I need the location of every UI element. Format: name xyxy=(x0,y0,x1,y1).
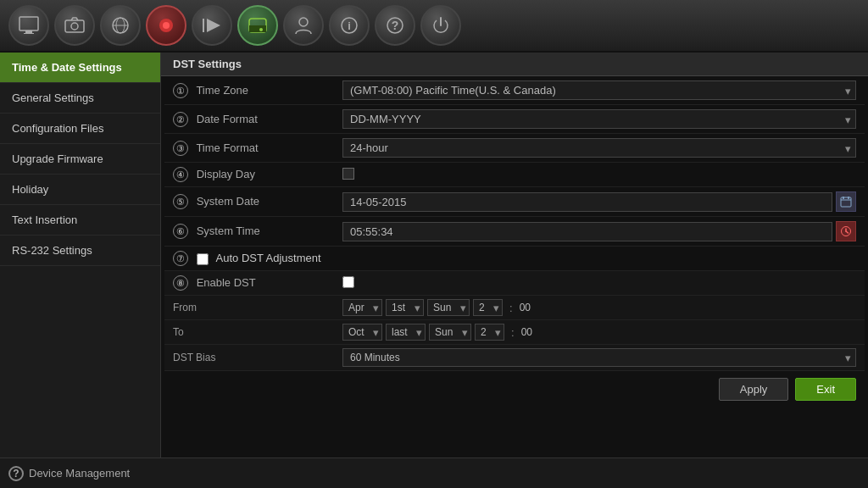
from-day-select[interactable]: Sun xyxy=(427,299,470,316)
to-values: Oct last Sun xyxy=(334,320,865,344)
displayday-label: ④ Display Day xyxy=(164,163,334,187)
exit-button[interactable]: Exit xyxy=(795,378,856,401)
table-row: ⑥ System Time xyxy=(164,217,865,247)
dst-bias-select[interactable]: 60 Minutes 30 Minutes 90 Minutes 120 Min… xyxy=(342,348,856,367)
sidebar-item-rs232[interactable]: RS-232 Settings xyxy=(0,236,160,266)
power-btn[interactable] xyxy=(420,5,461,46)
svg-point-14 xyxy=(299,18,308,26)
enabledst-checkbox[interactable] xyxy=(342,276,354,288)
sidebar-item-upgrade[interactable]: Upgrade Firmware xyxy=(0,144,160,175)
dst-bias-row: DST Bias 60 Minutes 30 Minutes 90 Minute… xyxy=(164,345,865,371)
svg-point-9 xyxy=(163,22,170,29)
from-occurrence-wrapper: 1st xyxy=(386,299,424,316)
dateformat-select[interactable]: DD-MM-YYYY MM-DD-YYYY YYYY-MM-DD xyxy=(342,109,856,129)
from-month-select[interactable]: Apr xyxy=(342,299,382,316)
to-month-select[interactable]: Oct xyxy=(342,324,382,341)
to-minute: 00 xyxy=(521,326,532,338)
tab-label: DST Settings xyxy=(173,58,242,70)
sysdate-label: ⑤ System Date xyxy=(164,187,334,217)
svg-point-4 xyxy=(71,23,78,30)
enabledst-label: ⑧ Enable DST xyxy=(164,271,334,296)
camera-btn[interactable] xyxy=(54,5,95,46)
auto-dst-row: ⑦ Auto DST Adjustment xyxy=(164,247,865,271)
monitor-btn[interactable] xyxy=(8,5,49,46)
settings-table: ① Time Zone (GMT-08:00) Pacific Time(U.S… xyxy=(164,76,865,371)
device-management[interactable]: ? Device Management xyxy=(8,466,130,481)
svg-point-13 xyxy=(259,28,263,31)
table-row: ① Time Zone (GMT-08:00) Pacific Time(U.S… xyxy=(164,76,865,105)
svg-rect-3 xyxy=(65,20,84,32)
svg-rect-1 xyxy=(25,30,32,33)
to-hour-select[interactable]: 2 xyxy=(475,324,504,341)
footer-buttons: Apply Exit xyxy=(164,371,865,408)
apply-button[interactable]: Apply xyxy=(719,378,789,401)
sidebar: Time & Date Settings General Settings Co… xyxy=(0,53,161,458)
displayday-value xyxy=(334,163,865,187)
dateformat-value: DD-MM-YYYY MM-DD-YYYY YYYY-MM-DD xyxy=(334,105,865,134)
from-hour-select[interactable]: 2 xyxy=(473,299,503,316)
from-day-wrapper: Sun xyxy=(427,299,470,316)
svg-rect-2 xyxy=(24,33,34,34)
from-occurrence-select[interactable]: 1st xyxy=(386,299,424,316)
to-label: To xyxy=(164,320,334,345)
table-row: ④ Display Day xyxy=(164,163,865,187)
device-management-label: Device Management xyxy=(29,467,130,480)
dst-bias-label: DST Bias xyxy=(164,345,334,371)
to-colon: : xyxy=(508,326,518,339)
to-occurrence-select[interactable]: last xyxy=(386,324,426,341)
bottom-bar: ? Device Management xyxy=(0,458,868,488)
hdd-btn[interactable] xyxy=(237,5,278,46)
from-values: Apr 1st Sun xyxy=(334,296,865,319)
sysdate-input[interactable] xyxy=(342,192,832,212)
playback-btn[interactable] xyxy=(192,5,232,46)
to-day-select[interactable]: Sun xyxy=(429,324,471,341)
dateformat-label: ② Date Format xyxy=(164,105,334,134)
dateformat-dropdown-wrapper: DD-MM-YYYY MM-DD-YYYY YYYY-MM-DD xyxy=(342,109,856,129)
enabledst-value xyxy=(334,271,865,296)
content-panel: DST Settings ① Time Zone (GMT-08:00) Pac… xyxy=(161,53,868,458)
systime-input[interactable] xyxy=(342,222,832,241)
time-icon[interactable] xyxy=(836,221,856,241)
calendar-icon[interactable] xyxy=(836,191,856,212)
displayday-checkbox[interactable] xyxy=(342,168,354,180)
systime-value xyxy=(334,217,865,247)
timeformat-label: ③ Time Format xyxy=(164,134,334,163)
timezone-label: ① Time Zone xyxy=(164,76,334,105)
auto-dst-cell: ⑦ Auto DST Adjustment xyxy=(164,247,865,271)
sidebar-item-text-insertion[interactable]: Text Insertion xyxy=(0,205,160,236)
timezone-dropdown-wrapper: (GMT-08:00) Pacific Time(U.S. & Canada) xyxy=(342,80,856,100)
tab-header: DST Settings xyxy=(161,53,868,76)
sidebar-item-holiday[interactable]: Holiday xyxy=(0,175,160,205)
action-buttons: Apply Exit xyxy=(719,378,856,401)
sysdate-value xyxy=(334,187,865,217)
svg-line-25 xyxy=(846,231,849,233)
from-label: From xyxy=(164,296,334,320)
from-colon: : xyxy=(506,302,516,314)
dst-bias-dropdown-wrapper: 60 Minutes 30 Minutes 90 Minutes 120 Min… xyxy=(342,348,856,367)
sidebar-item-time-date[interactable]: Time & Date Settings xyxy=(0,53,160,83)
main-area: Time & Date Settings General Settings Co… xyxy=(0,53,868,458)
to-row: To Oct last xyxy=(164,320,865,345)
timeformat-select[interactable]: 24-hour 12-hour xyxy=(342,138,856,158)
auto-dst-checkbox[interactable] xyxy=(197,253,209,265)
device-help-icon[interactable]: ? xyxy=(8,466,24,481)
record-btn[interactable] xyxy=(146,5,186,46)
to-occurrence-wrapper: last xyxy=(386,324,426,341)
sidebar-item-config-files[interactable]: Configuration Files xyxy=(0,114,160,144)
table-row: ⑤ System Date xyxy=(164,187,865,217)
sidebar-item-general[interactable]: General Settings xyxy=(0,83,160,114)
timezone-value: (GMT-08:00) Pacific Time(U.S. & Canada) xyxy=(334,76,865,105)
svg-rect-0 xyxy=(19,17,38,30)
info-btn[interactable]: i xyxy=(329,5,370,46)
table-row: ③ Time Format 24-hour 12-hour xyxy=(164,134,865,163)
svg-rect-12 xyxy=(249,25,266,32)
network-btn[interactable] xyxy=(100,5,141,46)
dst-bias-value: 60 Minutes 30 Minutes 90 Minutes 120 Min… xyxy=(334,345,865,371)
user-btn[interactable] xyxy=(283,5,324,46)
from-row: From Apr 1st xyxy=(164,296,865,320)
help-btn[interactable]: ? xyxy=(375,5,415,46)
auto-dst-label: Auto DST Adjustment xyxy=(216,252,321,264)
to-hour-wrapper: 2 xyxy=(475,324,504,341)
timezone-select[interactable]: (GMT-08:00) Pacific Time(U.S. & Canada) xyxy=(342,80,856,100)
timeformat-value: 24-hour 12-hour xyxy=(334,134,865,163)
